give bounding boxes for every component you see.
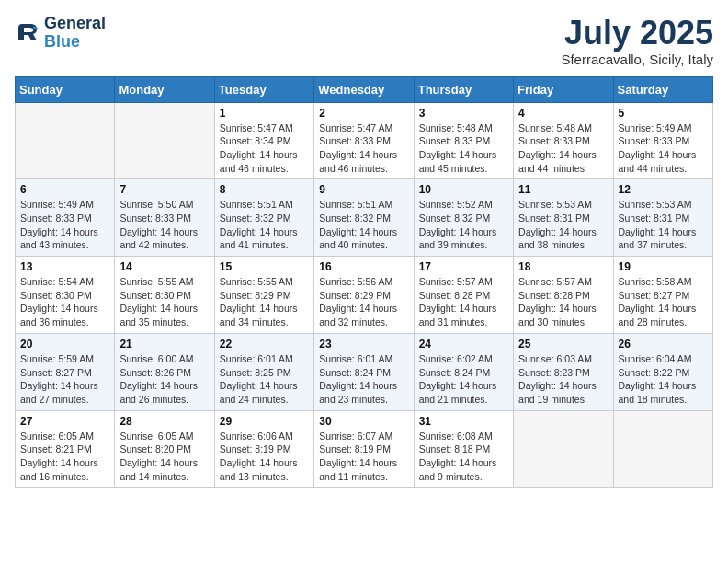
- weekday-header-sunday: Sunday: [16, 76, 115, 102]
- day-number: 23: [319, 338, 408, 350]
- day-number: 6: [20, 183, 109, 196]
- calendar-cell: 11Sunrise: 5:53 AMSunset: 8:31 PMDayligh…: [514, 179, 613, 257]
- day-number: 17: [419, 260, 508, 273]
- day-number: 31: [419, 415, 508, 428]
- calendar-week-row: 20Sunrise: 5:59 AMSunset: 8:27 PMDayligh…: [16, 333, 713, 410]
- page-header: General Blue July 2025 Sferracavallo, Si…: [15, 15, 713, 67]
- day-number: 16: [319, 260, 408, 273]
- calendar-cell: 15Sunrise: 5:55 AMSunset: 8:29 PMDayligh…: [214, 257, 313, 334]
- weekday-header-wednesday: Wednesday: [314, 76, 414, 102]
- calendar-cell: [613, 410, 712, 488]
- day-number: 10: [419, 183, 508, 196]
- calendar-cell: 13Sunrise: 5:54 AMSunset: 8:30 PMDayligh…: [16, 257, 115, 334]
- day-info: Sunrise: 5:48 AMSunset: 8:33 PMDaylight:…: [419, 121, 508, 176]
- day-number: 9: [319, 183, 408, 196]
- day-number: 22: [220, 338, 309, 350]
- day-info: Sunrise: 5:55 AMSunset: 8:29 PMDaylight:…: [220, 275, 309, 329]
- calendar-cell: 5Sunrise: 5:49 AMSunset: 8:33 PMDaylight…: [613, 102, 712, 179]
- calendar-cell: 16Sunrise: 5:56 AMSunset: 8:29 PMDayligh…: [314, 257, 414, 334]
- title-block: July 2025 Sferracavallo, Sicily, Italy: [561, 15, 713, 67]
- calendar-cell: 19Sunrise: 5:58 AMSunset: 8:27 PMDayligh…: [613, 257, 712, 334]
- day-info: Sunrise: 5:52 AMSunset: 8:32 PMDaylight:…: [419, 198, 508, 252]
- day-info: Sunrise: 6:00 AMSunset: 8:26 PMDaylight:…: [119, 352, 209, 407]
- day-number: 29: [220, 415, 309, 428]
- day-info: Sunrise: 5:59 AMSunset: 8:27 PMDaylight:…: [20, 352, 109, 407]
- day-number: 19: [619, 260, 708, 273]
- logo-line2: Blue: [44, 33, 106, 52]
- calendar-cell: 28Sunrise: 6:05 AMSunset: 8:20 PMDayligh…: [115, 410, 214, 488]
- day-number: 5: [619, 107, 708, 120]
- calendar-cell: 3Sunrise: 5:48 AMSunset: 8:33 PMDaylight…: [414, 102, 513, 179]
- day-number: 1: [220, 107, 309, 120]
- calendar-cell: [115, 102, 214, 179]
- day-info: Sunrise: 6:05 AMSunset: 8:20 PMDaylight:…: [119, 430, 209, 484]
- day-number: 21: [119, 338, 209, 350]
- weekday-header-saturday: Saturday: [613, 76, 712, 102]
- calendar-week-row: 1Sunrise: 5:47 AMSunset: 8:34 PMDaylight…: [16, 102, 713, 179]
- logo-line1: General: [44, 15, 106, 33]
- day-number: 3: [419, 107, 508, 120]
- calendar-cell: 2Sunrise: 5:47 AMSunset: 8:33 PMDaylight…: [314, 102, 414, 179]
- calendar-cell: 26Sunrise: 6:04 AMSunset: 8:22 PMDayligh…: [613, 333, 712, 410]
- day-info: Sunrise: 5:57 AMSunset: 8:28 PMDaylight:…: [419, 275, 508, 329]
- calendar-cell: 24Sunrise: 6:02 AMSunset: 8:24 PMDayligh…: [414, 333, 513, 410]
- day-info: Sunrise: 6:05 AMSunset: 8:21 PMDaylight:…: [20, 430, 109, 484]
- weekday-header-friday: Friday: [514, 76, 613, 102]
- calendar-cell: 20Sunrise: 5:59 AMSunset: 8:27 PMDayligh…: [16, 333, 115, 410]
- calendar-cell: 6Sunrise: 5:49 AMSunset: 8:33 PMDaylight…: [16, 179, 115, 257]
- day-info: Sunrise: 6:01 AMSunset: 8:25 PMDaylight:…: [220, 352, 309, 407]
- day-info: Sunrise: 5:51 AMSunset: 8:32 PMDaylight:…: [220, 198, 309, 252]
- calendar-cell: 30Sunrise: 6:07 AMSunset: 8:19 PMDayligh…: [314, 410, 414, 488]
- day-number: 28: [119, 415, 209, 428]
- day-number: 12: [619, 183, 708, 196]
- day-info: Sunrise: 5:54 AMSunset: 8:30 PMDaylight:…: [20, 275, 109, 329]
- day-info: Sunrise: 6:08 AMSunset: 8:18 PMDaylight:…: [419, 430, 508, 484]
- day-number: 15: [220, 260, 309, 273]
- calendar-cell: 27Sunrise: 6:05 AMSunset: 8:21 PMDayligh…: [16, 410, 115, 488]
- logo: General Blue: [15, 15, 106, 52]
- day-info: Sunrise: 6:07 AMSunset: 8:19 PMDaylight:…: [319, 430, 408, 484]
- calendar-cell: 21Sunrise: 6:00 AMSunset: 8:26 PMDayligh…: [115, 333, 214, 410]
- day-info: Sunrise: 6:02 AMSunset: 8:24 PMDaylight:…: [419, 352, 508, 407]
- day-info: Sunrise: 5:53 AMSunset: 8:31 PMDaylight:…: [619, 198, 708, 252]
- day-number: 24: [419, 338, 508, 350]
- calendar-cell: 17Sunrise: 5:57 AMSunset: 8:28 PMDayligh…: [414, 257, 513, 334]
- calendar-cell: 22Sunrise: 6:01 AMSunset: 8:25 PMDayligh…: [214, 333, 313, 410]
- calendar-cell: 7Sunrise: 5:50 AMSunset: 8:33 PMDaylight…: [115, 179, 214, 257]
- calendar-cell: 12Sunrise: 5:53 AMSunset: 8:31 PMDayligh…: [613, 179, 712, 257]
- day-info: Sunrise: 5:55 AMSunset: 8:30 PMDaylight:…: [119, 275, 209, 329]
- calendar-cell: [16, 102, 115, 179]
- day-info: Sunrise: 5:51 AMSunset: 8:32 PMDaylight:…: [319, 198, 408, 252]
- day-number: 7: [119, 183, 209, 196]
- calendar-cell: 1Sunrise: 5:47 AMSunset: 8:34 PMDaylight…: [214, 102, 313, 179]
- calendar-week-row: 13Sunrise: 5:54 AMSunset: 8:30 PMDayligh…: [16, 257, 713, 334]
- day-number: 8: [220, 183, 309, 196]
- calendar-cell: 25Sunrise: 6:03 AMSunset: 8:23 PMDayligh…: [514, 333, 613, 410]
- day-info: Sunrise: 5:47 AMSunset: 8:33 PMDaylight:…: [319, 121, 408, 176]
- day-info: Sunrise: 5:53 AMSunset: 8:31 PMDaylight:…: [518, 198, 608, 252]
- day-number: 25: [518, 338, 608, 350]
- day-info: Sunrise: 6:04 AMSunset: 8:22 PMDaylight:…: [619, 352, 708, 407]
- day-number: 2: [319, 107, 408, 120]
- calendar-cell: 31Sunrise: 6:08 AMSunset: 8:18 PMDayligh…: [414, 410, 513, 488]
- calendar-cell: 29Sunrise: 6:06 AMSunset: 8:19 PMDayligh…: [214, 410, 313, 488]
- day-info: Sunrise: 5:48 AMSunset: 8:33 PMDaylight:…: [518, 121, 608, 176]
- day-number: 20: [20, 338, 109, 350]
- calendar-cell: 23Sunrise: 6:01 AMSunset: 8:24 PMDayligh…: [314, 333, 414, 410]
- day-info: Sunrise: 5:49 AMSunset: 8:33 PMDaylight:…: [619, 121, 708, 176]
- weekday-header-tuesday: Tuesday: [214, 76, 313, 102]
- day-number: 26: [619, 338, 708, 350]
- calendar-cell: [514, 410, 613, 488]
- day-number: 4: [518, 107, 608, 120]
- calendar-cell: 10Sunrise: 5:52 AMSunset: 8:32 PMDayligh…: [414, 179, 513, 257]
- day-number: 30: [319, 415, 408, 428]
- location: Sferracavallo, Sicily, Italy: [561, 52, 713, 67]
- day-number: 13: [20, 260, 109, 273]
- day-info: Sunrise: 5:50 AMSunset: 8:33 PMDaylight:…: [119, 198, 209, 252]
- day-number: 18: [518, 260, 608, 273]
- day-info: Sunrise: 6:03 AMSunset: 8:23 PMDaylight:…: [518, 352, 608, 407]
- day-info: Sunrise: 5:58 AMSunset: 8:27 PMDaylight:…: [619, 275, 708, 329]
- day-number: 11: [518, 183, 608, 196]
- calendar-cell: 14Sunrise: 5:55 AMSunset: 8:30 PMDayligh…: [115, 257, 214, 334]
- day-info: Sunrise: 5:49 AMSunset: 8:33 PMDaylight:…: [20, 198, 109, 252]
